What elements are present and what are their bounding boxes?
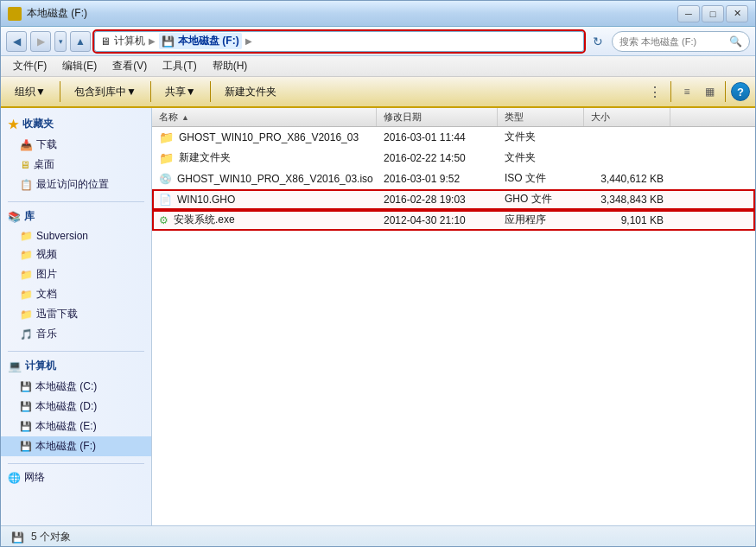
sidebar-item-network[interactable]: 🌐 网络 [1, 467, 151, 487]
toolbar-separator-4 [670, 81, 671, 102]
title-bar-left: 本地磁盘 (F:) [8, 6, 87, 21]
drive-d-icon: 💾 [20, 401, 32, 412]
table-row[interactable]: 📁新建文件夹 2016-02-22 14:50 文件夹 [152, 148, 755, 169]
sidebar-computer-header: 💻 计算机 [1, 355, 151, 377]
nav-dropdown-button[interactable]: ▾ [54, 31, 67, 52]
star-icon: ★ [8, 118, 19, 131]
file-size: 9,101 KB [584, 214, 670, 226]
list-view-button[interactable]: ≡ [677, 81, 697, 102]
col-header-type[interactable]: 类型 [498, 108, 584, 126]
file-type: ISO 文件 [498, 171, 584, 186]
file-list-area: 名称 ▲ 修改日期 类型 大小 📁GHOST_WIN10_PRO_X86_V20… [152, 108, 755, 525]
menu-view[interactable]: 查看(V) [105, 57, 154, 75]
folder-icon: 📁 [159, 130, 174, 144]
drive-e-icon: 💾 [20, 421, 32, 432]
toolbar-more-icon[interactable]: ⋮ [645, 81, 665, 102]
table-row[interactable]: 💿GHOST_WIN10_PRO_X86_V2016_03.iso 2016-0… [152, 169, 755, 189]
sidebar-divider-3 [8, 463, 144, 464]
path-separator-2: ▶ [245, 36, 252, 46]
library-button[interactable]: 包含到库中▼ [66, 80, 145, 104]
up-button[interactable]: ▲ [70, 31, 91, 52]
file-date: 2016-02-22 14:50 [377, 152, 498, 164]
file-name: 📁GHOST_WIN10_PRO_X86_V2016_03 [152, 130, 377, 144]
sidebar-item-download[interactable]: 📥 下载 [1, 135, 151, 155]
sidebar-item-documents[interactable]: 📁 文档 [1, 284, 151, 304]
title-controls: ─ □ ✕ [677, 5, 748, 22]
forward-button[interactable]: ▶ [30, 31, 51, 52]
path-drive[interactable]: 💾 本地磁盘 (F:) [159, 33, 242, 49]
toolbar-separator-3 [210, 81, 211, 102]
file-type: 文件夹 [498, 130, 584, 144]
title-bar: 本地磁盘 (F:) ─ □ ✕ [1, 1, 755, 27]
iso-icon: 💿 [159, 173, 172, 185]
minimize-button[interactable]: ─ [677, 5, 700, 22]
sidebar-library-header: 📚 库 [1, 206, 151, 227]
file-date: 2016-02-28 19:03 [377, 194, 498, 206]
menu-edit[interactable]: 编辑(E) [55, 57, 104, 75]
sidebar-item-music[interactable]: 🎵 音乐 [1, 324, 151, 344]
desktop-icon: 🖥 [20, 159, 30, 171]
sidebar-item-video[interactable]: 📁 视频 [1, 245, 151, 264]
table-row[interactable]: 📄WIN10.GHO 2016-02-28 19:03 GHO 文件 3,348… [152, 189, 755, 210]
gho-icon: 📄 [159, 194, 172, 206]
sidebar: ★ 收藏夹 📥 下载 🖥 桌面 📋 最近访问的位置 📚 库 [1, 108, 152, 525]
sidebar-item-drive-d[interactable]: 💾 本地磁盘 (D:) [1, 397, 151, 417]
sidebar-item-recent[interactable]: 📋 最近访问的位置 [1, 175, 151, 194]
search-input[interactable] [619, 36, 726, 47]
file-type: 文件夹 [498, 150, 584, 165]
file-name: 📁新建文件夹 [152, 150, 377, 165]
sidebar-item-desktop[interactable]: 🖥 桌面 [1, 155, 151, 175]
search-icon: 🔍 [729, 35, 742, 48]
help-button[interactable]: ? [731, 82, 750, 101]
network-icon: 🌐 [8, 472, 21, 484]
subversion-icon: 📁 [20, 230, 33, 242]
sidebar-item-drive-e[interactable]: 💾 本地磁盘 (E:) [1, 417, 151, 436]
sidebar-section-computer: 💻 计算机 💾 本地磁盘 (C:) 💾 本地磁盘 (D:) 💾 本地磁盘 (E:… [1, 355, 151, 456]
sidebar-section-library: 📚 库 📁 Subversion 📁 视频 📁 图片 📁 文档 📁 迅雷 [1, 206, 151, 344]
sidebar-item-pictures[interactable]: 📁 图片 [1, 264, 151, 284]
file-name: 📄WIN10.GHO [152, 194, 377, 206]
maximize-button[interactable]: □ [702, 5, 724, 22]
share-button[interactable]: 共享▼ [156, 80, 205, 104]
sidebar-item-drive-c[interactable]: 💾 本地磁盘 (C:) [1, 377, 151, 397]
drive-status-icon: 💾 [11, 531, 24, 544]
file-type: 应用程序 [498, 213, 584, 227]
sidebar-favorites-header: ★ 收藏夹 [1, 113, 151, 135]
refresh-button[interactable]: ↻ [588, 31, 608, 52]
table-row[interactable]: ⚙安装系统.exe 2012-04-30 21:10 应用程序 9,101 KB [152, 210, 755, 231]
download-icon: 📥 [20, 139, 33, 151]
table-row[interactable]: 📁GHOST_WIN10_PRO_X86_V2016_03 2016-03-01… [152, 127, 755, 148]
new-folder-button[interactable]: 新建文件夹 [216, 80, 285, 104]
address-bar: ◀ ▶ ▾ ▲ 🖥 计算机 ▶ 💾 本地磁盘 (F:) ▶ ↻ 🔍 [1, 27, 755, 56]
sidebar-divider-2 [8, 351, 144, 352]
menu-tools[interactable]: 工具(T) [156, 57, 203, 75]
menu-file[interactable]: 文件(F) [6, 57, 54, 75]
col-header-date[interactable]: 修改日期 [377, 108, 498, 126]
col-header-size[interactable]: 大小 [584, 108, 670, 126]
col-header-name[interactable]: 名称 ▲ [152, 108, 377, 126]
back-button[interactable]: ◀ [6, 31, 27, 52]
grid-view-button[interactable]: ▦ [699, 81, 720, 102]
status-bar: 💾 5 个对象 [1, 525, 755, 547]
file-name: ⚙安装系统.exe [152, 213, 377, 227]
search-box[interactable]: 🔍 [612, 31, 750, 52]
file-size: 3,348,843 KB [584, 194, 670, 206]
sidebar-item-subversion[interactable]: 📁 Subversion [1, 227, 151, 245]
main-layout: ★ 收藏夹 📥 下载 🖥 桌面 📋 最近访问的位置 📚 库 [1, 108, 755, 525]
toolbar-separator-5 [725, 81, 726, 102]
address-path: 🖥 计算机 ▶ 💾 本地磁盘 (F:) ▶ [94, 31, 584, 52]
organize-button[interactable]: 组织▼ [6, 80, 54, 104]
menu-help[interactable]: 帮助(H) [206, 57, 255, 75]
sidebar-item-thunder[interactable]: 📁 迅雷下载 [1, 304, 151, 324]
status-count: 5 个对象 [31, 530, 71, 544]
sidebar-divider-1 [8, 201, 144, 202]
file-type: GHO 文件 [498, 192, 584, 207]
sidebar-item-drive-f[interactable]: 💾 本地磁盘 (F:) [1, 436, 151, 456]
close-button[interactable]: ✕ [726, 5, 748, 22]
file-date: 2012-04-30 21:10 [377, 214, 498, 226]
folder-icon: 📁 [159, 151, 174, 165]
drive-c-icon: 💾 [20, 381, 32, 392]
pictures-icon: 📁 [20, 269, 33, 281]
menu-bar: 文件(F) 编辑(E) 查看(V) 工具(T) 帮助(H) [1, 56, 755, 77]
file-date: 2016-03-01 9:52 [377, 173, 498, 185]
